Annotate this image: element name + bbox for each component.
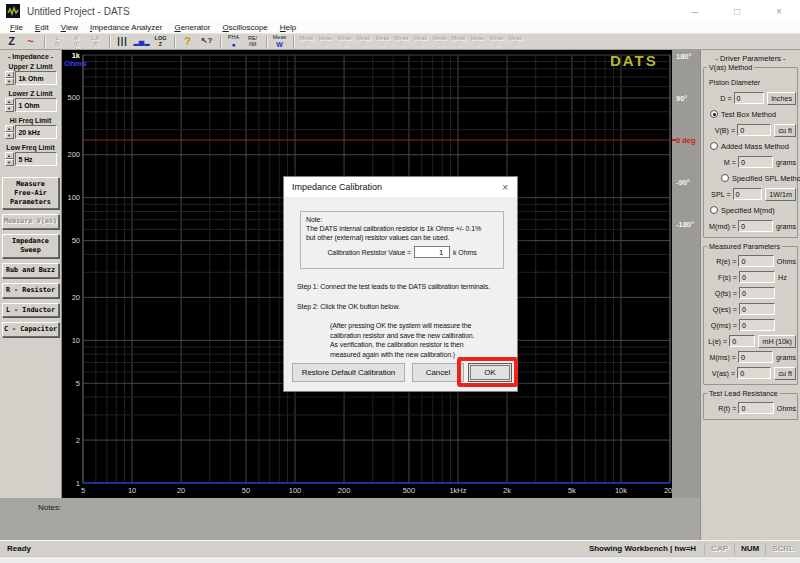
measure-free-air-parameters-button[interactable]: Measure Free-Air Parameters [2,177,59,209]
radio-specified-spl-method[interactable] [721,174,729,182]
l-inductor-button[interactable]: L - Inductor [2,303,59,318]
menu-edit[interactable]: Edit [29,23,55,32]
field-input-r-e[interactable]: 0 [738,255,773,267]
measurement-slot-icon: Meas□ [412,35,429,49]
phase-tick-label: -90° [676,178,690,187]
phase-zero-dash [672,139,676,141]
window-title: Untitled Project - DATS [27,6,130,17]
field-label: M(ms) = [705,353,738,362]
impedance-sweep-button[interactable]: Impedance Sweep [2,234,59,258]
spin-down-icon[interactable]: ▼ [5,105,14,112]
rub-and-buzz-button[interactable]: Rub and Buzz [2,263,59,278]
field-input-q-es[interactable]: 0 [739,303,775,315]
minimize-button[interactable]: – [674,0,716,22]
r-resistor-button[interactable]: R - Resistor [2,283,59,298]
unit-button-inches[interactable]: inches [767,92,796,105]
measurement-slot-icon: Meas□ [393,35,410,49]
impedance-magnitude-icon[interactable]: Z [3,35,20,49]
spinner-value-lower-z-limit[interactable]: 1 Ohm [15,98,57,112]
c-capacitor-button[interactable]: C - Capacitor [2,322,59,337]
field-input-f-s[interactable]: 0 [739,271,775,283]
spin-up-icon[interactable]: ▲ [5,71,14,78]
radio-test-box-method[interactable] [710,110,718,118]
menu-impedance-analyzer[interactable]: Impedance Analyzer [84,23,169,32]
maximize-button[interactable]: □ [716,0,758,22]
spinner-lower-z-limit: Lower Z Limit▲▼1 Ohm [1,90,61,112]
real-imaginary-icon[interactable]: RE//IM [244,35,261,49]
unit-button-mh-10k[interactable]: mH (10k) [758,335,796,348]
field-row-l-e: L(e) =0mH (10k) [705,333,796,349]
field-input-l-e[interactable]: 0 [729,335,755,347]
dialog-close-icon[interactable]: × [502,182,508,193]
menu-file[interactable]: File [4,23,29,32]
close-button[interactable]: × [758,0,800,22]
radio-specified-m-md[interactable] [710,206,718,214]
step-response-icon[interactable]: ▂▅▂ [133,35,150,49]
y-axis-unit-label: Ohms [64,59,87,68]
dialog-title-bar[interactable]: Impedance Calibration × [284,177,517,197]
radio-added-mass-method[interactable] [710,142,718,150]
toolbar-separator [293,36,295,48]
field-label: L(e) = [705,337,729,346]
field-label: R(e) = [705,257,738,266]
x-tick-label: 10k [615,486,627,495]
restore-default-calibration-button[interactable]: Restore Default Calibration [292,363,405,382]
driver-parameters-panel: - Driver Parameters - V(as) MethodPiston… [700,50,800,540]
menu-oscilloscope[interactable]: Oscilloscope [216,23,273,32]
spin-down-icon[interactable]: ▼ [5,159,14,166]
field-label: F(s) = [705,273,739,282]
x-tick-label: 5 [81,486,85,495]
spin-up-icon[interactable]: ▲ [5,125,14,132]
field-input-v-b[interactable]: 0 [737,124,771,136]
spinner-value-hi-freq-limit[interactable]: 20 kHz [15,125,57,139]
spin-up-icon[interactable]: ▲ [5,152,14,159]
burst-test-icon[interactable]: ||| [114,35,131,49]
menu-generator[interactable]: Generator [168,23,216,32]
field-input-v-as[interactable]: 0 [737,367,771,379]
x-tick-label: 20k [664,486,672,495]
log-impedance-icon[interactable]: LOGZ [152,35,169,49]
y-tick-label: 5 [76,379,80,388]
menu-help[interactable]: Help [274,23,302,32]
context-help-icon[interactable]: ↖? [198,35,215,49]
app-icon [6,4,20,18]
unit-button-cu-ft[interactable]: cu ft [774,367,796,380]
field-row-m-ms: M(ms) =0grams [705,349,796,365]
unit-label: grams [776,353,796,362]
spin-down-icon[interactable]: ▼ [5,78,14,85]
spinner-upper-z-limit: Upper Z Limit▲▼1k Ohm [1,63,61,85]
highlight-annotation [457,357,518,387]
field-input-q-ts[interactable]: 0 [739,287,775,299]
spin-up-icon[interactable]: ▲ [5,98,14,105]
phase-axis-strip: 180°90°0 deg-90°-180° [672,50,700,498]
field-input-r-t[interactable]: 0 [738,402,773,414]
menu-view[interactable]: View [55,23,84,32]
field-input-m-md[interactable]: 0 [738,220,773,232]
unit-button-1w-1m[interactable]: 1W/1m [765,188,796,201]
field-input-q-ms[interactable]: 0 [739,319,775,331]
spinner-value-low-freq-limit[interactable]: 5 Hz [15,152,57,166]
field-input-m-ms[interactable]: 0 [738,351,773,363]
spin-down-icon[interactable]: ▼ [5,132,14,139]
field-label: V(B) = [705,126,737,135]
field-input-m[interactable]: 0 [738,156,773,168]
field-label: V(as) = [705,369,737,378]
group-test-lead-resistance: Test Lead ResistanceR(t) =0Ohms [703,393,798,420]
notes-area[interactable]: Notes: [0,498,700,540]
spinner-value-upper-z-limit[interactable]: 1k Ohm [15,71,57,85]
field-input-d[interactable]: 0 [734,92,765,104]
bottom-strip [0,556,800,563]
dats-logo: DATS [610,52,658,69]
help-icon[interactable]: ? [179,35,196,49]
group-legend: Test Lead Resistance [707,389,780,398]
field-input-spl[interactable]: 0 [733,188,763,200]
spinner-label: Low Freq Limit [1,144,61,151]
note-line-2: but other (external) resistor values can… [306,233,498,242]
measurement-w-icon[interactable]: MeasW [271,35,288,49]
radio-row-specified-spl-method: Specified SPL Method [705,170,796,186]
resistor-value-input[interactable] [414,246,450,258]
unit-button-cu-ft[interactable]: cu ft [774,124,796,137]
sine-generator-icon[interactable]: ~ [22,35,39,49]
status-bar: Ready Showing Workbench | hw=H CAPNUMSCR… [0,540,800,556]
phase-icon[interactable]: PHA● [225,35,242,49]
